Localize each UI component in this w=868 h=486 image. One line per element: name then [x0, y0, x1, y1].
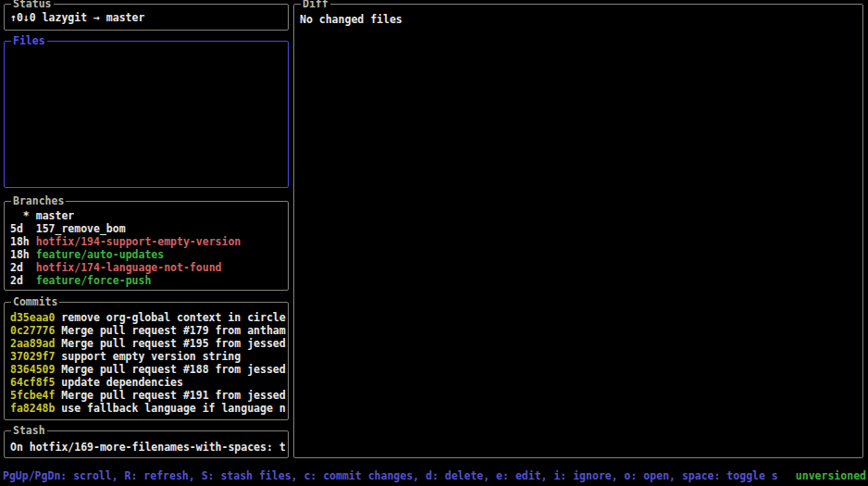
- branch-recency: 18h: [10, 235, 36, 248]
- commit-sha: d35eaa0: [10, 311, 55, 324]
- commit-message: support empty version string: [61, 350, 241, 363]
- commit-message: update dependencies: [61, 376, 183, 389]
- commits-list: d35eaa0remove org-global context in circ…: [5, 303, 288, 419]
- commit-sha: 2aa89ad: [10, 337, 55, 350]
- stash-panel[interactable]: Stash On hotfix/169-more-filenames-with-…: [4, 430, 289, 458]
- branch-recency: 5d: [10, 222, 36, 235]
- commit-message: Merge pull request #191 from jessed: [61, 389, 285, 402]
- keybindings-bar: PgUp/PgDn: scroll, R: refresh, S: stash …: [3, 468, 866, 483]
- commit-row[interactable]: 37029f7support empty version string: [10, 350, 288, 363]
- branch-name: feature/auto-updates: [36, 248, 164, 261]
- branch-recency: 18h: [10, 248, 36, 261]
- branch-recency: 2d: [10, 274, 36, 287]
- diff-panel[interactable]: Diff No changed files: [293, 4, 863, 458]
- status-panel[interactable]: Status ↑0↓0 lazygit → master: [4, 4, 289, 31]
- commit-sha: fa8248b: [10, 402, 55, 415]
- commit-row[interactable]: fa8248buse fallback language if language…: [10, 402, 288, 415]
- commit-sha: 64cf8f5: [10, 376, 55, 389]
- commit-message: use fallback language if language n: [61, 402, 285, 415]
- branch-row[interactable]: 5d 157_remove_bom: [10, 222, 288, 235]
- version-status: unversioned: [789, 468, 866, 483]
- commit-sha: 37029f7: [10, 350, 55, 363]
- commit-sha: 5fcbe4f: [10, 389, 55, 402]
- branch-row[interactable]: * master: [10, 209, 288, 222]
- keybindings-text: PgUp/PgDn: scroll, R: refresh, S: stash …: [3, 468, 778, 483]
- commit-row[interactable]: d35eaa0remove org-global context in circ…: [10, 311, 288, 324]
- commit-sha: 8364509: [10, 363, 55, 376]
- branch-name: hotfix/174-language-not-found: [36, 261, 222, 274]
- files-panel[interactable]: Files: [4, 41, 289, 188]
- status-summary[interactable]: ↑0↓0 lazygit → master: [10, 11, 288, 24]
- commit-message: Merge pull request #179 from antham: [61, 324, 285, 337]
- commit-row[interactable]: 2aa89adMerge pull request #195 from jess…: [10, 337, 288, 350]
- branch-row[interactable]: 2d hotfix/174-language-not-found: [10, 261, 288, 274]
- stash-item[interactable]: On hotfix/169-more-filenames-with-spaces…: [10, 441, 288, 454]
- commit-message: Merge pull request #188 from jessed: [61, 363, 285, 376]
- commit-sha: 0c27776: [10, 324, 55, 337]
- branch-name: hotfix/194-support-empty-version: [36, 235, 242, 248]
- commit-message: remove org-global context in circle: [61, 311, 285, 324]
- branch-name: master: [36, 209, 75, 222]
- branch-recency: *: [10, 209, 36, 222]
- branch-row[interactable]: 18h hotfix/194-support-empty-version: [10, 235, 288, 248]
- commit-row[interactable]: 0c27776Merge pull request #179 from anth…: [10, 324, 288, 337]
- stash-list: On hotfix/169-more-filenames-with-spaces…: [5, 431, 288, 457]
- diff-message: No changed files: [300, 13, 862, 26]
- commit-row[interactable]: 8364509Merge pull request #188 from jess…: [10, 363, 288, 376]
- branches-list: * master 5d 157_remove_bom 18h hotfix/19…: [5, 202, 288, 290]
- branches-panel[interactable]: Branches * master 5d 157_remove_bom 18h …: [4, 201, 289, 291]
- commit-row[interactable]: 64cf8f5update dependencies: [10, 376, 288, 389]
- commit-row[interactable]: 5fcbe4fMerge pull request #191 from jess…: [10, 389, 288, 402]
- branch-recency: 2d: [10, 261, 36, 274]
- branch-name: 157_remove_bom: [36, 222, 126, 235]
- branch-name: feature/force-push: [36, 274, 152, 287]
- branch-row[interactable]: 18h feature/auto-updates: [10, 248, 288, 261]
- commit-message: Merge pull request #195 from jessed: [61, 337, 285, 350]
- files-list: [5, 42, 288, 187]
- commits-panel[interactable]: Commits d35eaa0remove org-global context…: [4, 302, 289, 420]
- branch-row[interactable]: 2d feature/force-push: [10, 274, 288, 287]
